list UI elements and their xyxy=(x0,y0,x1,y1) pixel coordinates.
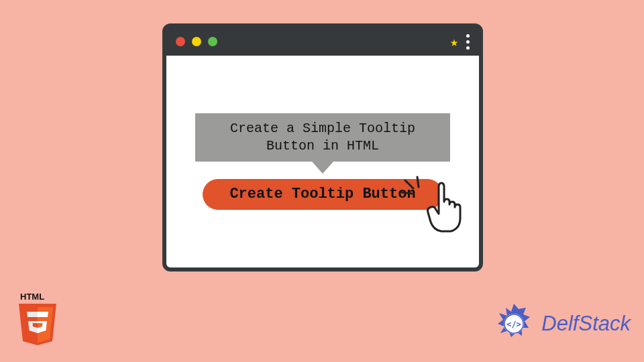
html5-label: HTML xyxy=(20,292,44,302)
close-icon[interactable] xyxy=(176,37,185,46)
svg-line-0 xyxy=(405,180,413,188)
menu-dots-icon[interactable] xyxy=(466,34,470,50)
svg-text:</>: </> xyxy=(506,320,521,329)
titlebar: ★ xyxy=(166,27,479,56)
svg-line-1 xyxy=(402,192,413,194)
titlebar-actions: ★ xyxy=(450,34,470,50)
tooltip-text: Create a Simple Tooltip Button in HTML xyxy=(230,121,415,154)
browser-window: ★ Create a Simple Tooltip Button in HTML… xyxy=(162,23,483,272)
tooltip-arrow-icon xyxy=(312,162,333,174)
delfstack-logo: </> DelfStack xyxy=(490,300,631,347)
traffic-lights xyxy=(176,37,217,46)
maximize-icon[interactable] xyxy=(208,37,217,46)
star-icon[interactable]: ★ xyxy=(450,34,458,50)
html5-badge: HTML xyxy=(15,292,60,350)
pointer-hand-icon xyxy=(419,179,472,239)
window-content: Create a Simple Tooltip Button in HTML C… xyxy=(166,56,479,267)
tooltip: Create a Simple Tooltip Button in HTML xyxy=(195,113,450,162)
brand-name: DelfStack xyxy=(541,312,631,336)
button-label: Create Tooltip Button xyxy=(229,186,415,202)
minimize-icon[interactable] xyxy=(192,37,201,46)
delfstack-emblem-icon: </> xyxy=(490,300,537,347)
